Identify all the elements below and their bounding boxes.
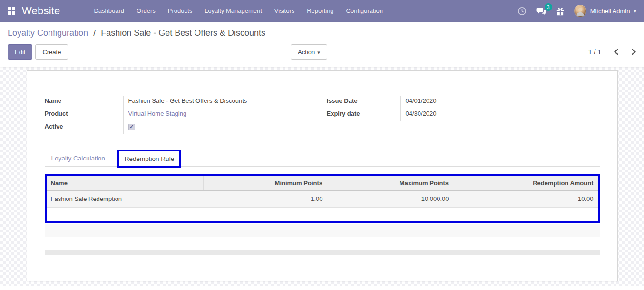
- action-dropdown-button[interactable]: Action▾: [291, 44, 327, 60]
- menu-item-dashboard[interactable]: Dashboard: [88, 0, 130, 22]
- expiry-date-label: Expiry date: [327, 109, 400, 121]
- field-issue-date: Issue Date 04/01/2020: [327, 96, 600, 109]
- field-expiry-date: Expiry date 04/30/2020: [327, 109, 600, 121]
- menu-item-orders[interactable]: Orders: [130, 0, 162, 22]
- issue-date-value: 04/01/2020: [400, 96, 600, 109]
- column-header-maximum-points[interactable]: Maximum Points: [327, 176, 453, 191]
- name-label: Name: [45, 96, 123, 109]
- active-checkbox[interactable]: ✓: [128, 124, 135, 130]
- breadcrumb-loyalty-configuration[interactable]: Loyalty Configuration: [8, 28, 88, 38]
- edit-button[interactable]: Edit: [8, 44, 32, 60]
- tutorial-highlight-table: Name Minimum Points Maximum Points Redem…: [45, 174, 600, 223]
- messages-chat-icon[interactable]: 3: [536, 7, 546, 16]
- empty-list-row: [45, 224, 600, 237]
- expiry-date-value: 04/30/2020: [400, 109, 600, 121]
- menu-item-configuration[interactable]: Configuration: [340, 0, 389, 22]
- user-name: Mitchell Admin: [590, 8, 630, 15]
- column-header-redemption-amount[interactable]: Redemption Amount: [453, 176, 598, 191]
- column-header-name[interactable]: Name: [47, 176, 204, 191]
- breadcrumb: Loyalty Configuration / Fashion Sale - G…: [8, 28, 636, 38]
- navbar-systray: 3 Mitchell Admin ▾: [517, 5, 636, 17]
- user-menu[interactable]: Mitchell Admin ▾: [574, 5, 636, 17]
- table-empty-row: [47, 208, 598, 221]
- caret-down-icon: ▾: [317, 50, 320, 55]
- action-label: Action: [298, 49, 315, 56]
- field-group-left: Name Fashion Sale - Get Best Offers & Di…: [45, 96, 327, 134]
- activities-clock-icon[interactable]: [517, 7, 527, 16]
- check-icon: ✓: [129, 124, 134, 130]
- active-label: Active: [45, 121, 123, 134]
- breadcrumb-separator: /: [93, 28, 96, 38]
- top-navbar: Website Dashboard Orders Products Loyalt…: [0, 0, 644, 22]
- tutorial-highlight-tab: Redemption Rule: [117, 150, 181, 168]
- cell-maximum-points[interactable]: 10,000.00: [327, 191, 453, 208]
- pager-next-button[interactable]: [631, 49, 636, 55]
- breadcrumb-current-record: Fashion Sale - Get Best Offers & Discoun…: [101, 28, 265, 38]
- menu-item-reporting[interactable]: Reporting: [301, 0, 340, 22]
- redemption-rules-table: Name Minimum Points Maximum Points Redem…: [47, 176, 598, 221]
- field-group-right: Issue Date 04/01/2020 Expiry date 04/30/…: [327, 96, 600, 134]
- app-brand-website[interactable]: Website: [22, 5, 60, 17]
- menu-item-products[interactable]: Products: [162, 0, 198, 22]
- notebook-tabs: Loyalty Calculation Redemption Rule: [45, 150, 600, 167]
- table-header-row: Name Minimum Points Maximum Points Redem…: [47, 176, 598, 191]
- product-label: Product: [45, 109, 123, 121]
- form-view-background: Name Fashion Sale - Get Best Offers & Di…: [0, 67, 644, 286]
- horizontal-scrollbar[interactable]: [45, 250, 600, 255]
- issue-date-label: Issue Date: [327, 96, 400, 109]
- control-panel: Loyalty Configuration / Fashion Sale - G…: [0, 22, 644, 67]
- column-header-minimum-points[interactable]: Minimum Points: [204, 176, 327, 191]
- product-link[interactable]: Virtual Home Staging: [128, 110, 187, 117]
- caret-down-icon: ▾: [634, 8, 636, 14]
- table-row-fashion-sale-redemption[interactable]: Fashion Sale Redemption 1.00 10,000.00 1…: [47, 191, 598, 208]
- cell-name[interactable]: Fashion Sale Redemption: [47, 191, 204, 208]
- tab-redemption-rule[interactable]: Redemption Rule: [119, 151, 179, 166]
- name-value: Fashion Sale - Get Best Offers & Discoun…: [123, 96, 327, 109]
- form-sheet: Name Fashion Sale - Get Best Offers & Di…: [27, 70, 618, 281]
- field-product: Product Virtual Home Staging: [45, 109, 327, 121]
- field-active: Active ✓: [45, 121, 327, 134]
- pager-previous-button[interactable]: [614, 49, 619, 55]
- create-button[interactable]: Create: [35, 44, 68, 60]
- apps-grid-icon[interactable]: [8, 7, 15, 15]
- pager: 1 / 1: [588, 48, 636, 56]
- field-name: Name Fashion Sale - Get Best Offers & Di…: [45, 96, 327, 109]
- control-panel-buttons: Edit Create Action▾ 1 / 1: [8, 44, 636, 60]
- menu-item-loyalty-management[interactable]: Loyalty Management: [198, 0, 268, 22]
- main-menu: Dashboard Orders Products Loyalty Manage…: [88, 0, 389, 22]
- cell-minimum-points[interactable]: 1.00: [204, 191, 327, 208]
- pager-value: 1 / 1: [588, 48, 601, 56]
- tab-loyalty-calculation[interactable]: Loyalty Calculation: [45, 150, 112, 167]
- field-groups: Name Fashion Sale - Get Best Offers & Di…: [45, 96, 600, 134]
- cell-redemption-amount[interactable]: 10.00: [453, 191, 598, 208]
- message-count-badge: 3: [545, 3, 552, 11]
- gift-icon[interactable]: [556, 7, 565, 16]
- menu-item-visitors[interactable]: Visitors: [268, 0, 301, 22]
- user-avatar: [574, 5, 586, 17]
